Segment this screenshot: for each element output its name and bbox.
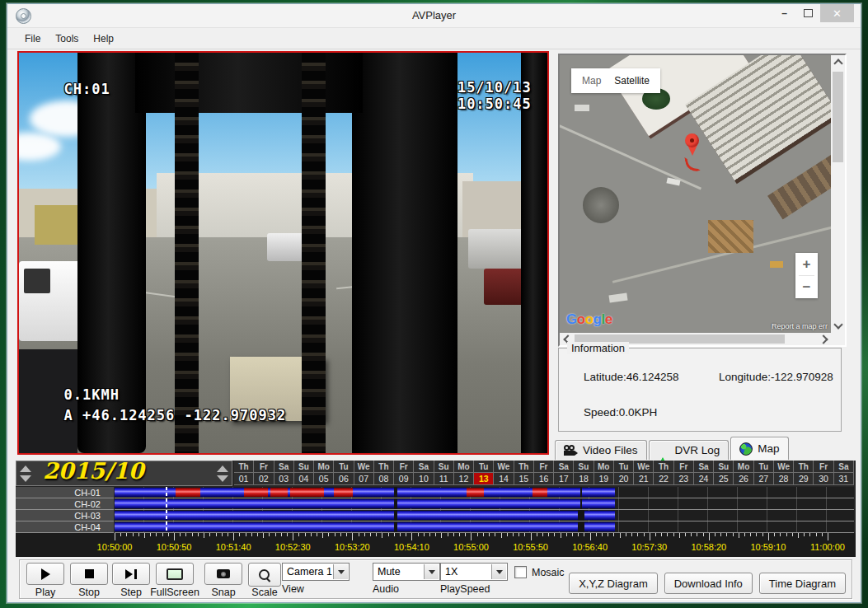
osd-speed: 0.1KMH [63, 386, 119, 403]
dropdown-arrow-icon[interactable] [333, 564, 348, 579]
control-bar: Play Stop Step FullScreen Snap Scale [19, 559, 852, 599]
ruler-tick [637, 533, 638, 536]
ruler-tick [744, 533, 745, 536]
video-panel[interactable]: CH:01 15/10/13 10:50:45 0.1KMH A +46.124… [17, 51, 549, 455]
ruler-tick [489, 533, 490, 536]
tab-dvr-log[interactable]: DVR Log [649, 440, 730, 460]
time-diagram-button[interactable]: Time Diagram [759, 573, 846, 594]
date-cell-15[interactable]: 15 [514, 473, 534, 485]
date-cell-29[interactable]: 29 [794, 473, 814, 485]
play-button[interactable] [26, 563, 64, 585]
menu-tools[interactable]: Tools [48, 30, 86, 48]
fullscreen-button[interactable] [156, 563, 194, 585]
date-cell-07[interactable]: 07 [354, 473, 374, 485]
date-cell-16[interactable]: 16 [534, 473, 554, 485]
time-label: 10:56:40 [572, 542, 608, 552]
view-select[interactable]: Camera 1 [282, 563, 350, 581]
report-map-error-link[interactable]: Report a map err [772, 322, 828, 330]
tab-video-files[interactable]: Video Files [555, 440, 647, 460]
mosaic-checkbox[interactable] [514, 566, 527, 578]
menu-file[interactable]: File [17, 30, 48, 48]
date-cell-30[interactable]: 30 [814, 473, 833, 485]
time-ruler[interactable]: 10:50:0010:50:5010:51:4010:52:3010:53:20… [16, 533, 856, 557]
date-cell-27[interactable]: 27 [754, 473, 774, 485]
zoom-in-button[interactable]: + [795, 253, 818, 275]
date-cell-10[interactable]: 10 [414, 473, 434, 485]
date-cell-17[interactable]: 17 [554, 473, 574, 485]
download-info-button[interactable]: Download Info [664, 573, 753, 594]
date-cell-31[interactable]: 31 [834, 473, 854, 485]
date-cell-05[interactable]: 05 [314, 473, 334, 485]
date-cell-03[interactable]: 03 [274, 473, 294, 485]
date-cell-08[interactable]: 08 [374, 473, 394, 485]
xyz-diagram-button[interactable]: X,Y,Z Diagram [569, 573, 658, 594]
satellite-button[interactable]: Satellite [614, 75, 650, 87]
scroll-down-icon[interactable] [831, 319, 845, 333]
ruler-tick [198, 533, 199, 536]
date-cell-02[interactable]: 02 [254, 473, 274, 485]
playhead[interactable] [166, 487, 167, 533]
date-cell-24[interactable]: 24 [694, 473, 714, 485]
date-cell-25[interactable]: 25 [714, 473, 734, 485]
ruler-tick [298, 533, 299, 536]
date-cell-09[interactable]: 09 [394, 473, 414, 485]
date-cell-01[interactable]: 01 [234, 473, 254, 485]
menu-help[interactable]: Help [86, 30, 121, 48]
title-bar[interactable]: AVPlayer – ✕ [7, 4, 861, 28]
month-spinner-right[interactable] [214, 462, 231, 484]
date-cell-20[interactable]: 20 [614, 473, 634, 485]
fullscreen-icon [167, 568, 183, 580]
mosaic-label: Mosaic [532, 567, 565, 578]
date-cell-14[interactable]: 14 [494, 473, 514, 485]
dropdown-arrow-icon[interactable] [424, 564, 439, 579]
map-button[interactable]: Map [582, 75, 601, 87]
playspeed-select[interactable]: 1X [440, 563, 508, 581]
audio-select[interactable]: Mute [373, 563, 440, 581]
date-cell-04[interactable]: 04 [294, 473, 314, 485]
month-spinner-left[interactable] [17, 462, 34, 484]
mast-chain-left [175, 53, 199, 453]
ruler-tick [162, 533, 163, 536]
ruler-tick [548, 533, 549, 536]
date-cell-23[interactable]: 23 [674, 473, 694, 485]
channel-track-ch-02[interactable] [115, 498, 854, 510]
ruler-tick [400, 533, 401, 536]
vscroll-thumb[interactable] [833, 72, 843, 162]
snap-label: Snap [203, 587, 244, 598]
channel-track-ch-01[interactable] [115, 487, 854, 498]
close-button[interactable]: ✕ [820, 4, 854, 22]
ruler-tick [596, 533, 597, 536]
tab-map[interactable]: Map [730, 437, 788, 460]
date-cell-19[interactable]: 19 [594, 473, 614, 485]
channel-track-ch-03[interactable] [115, 510, 854, 521]
date-cell-11[interactable]: 11 [434, 473, 454, 485]
zoom-out-button[interactable]: − [795, 276, 818, 298]
channel-track-ch-04[interactable] [115, 521, 854, 533]
stop-button[interactable] [70, 563, 108, 585]
map-vertical-scrollbar[interactable] [831, 55, 845, 333]
day-name-cell: Fr [394, 461, 414, 473]
record-bar [115, 511, 615, 520]
scroll-up-icon[interactable] [831, 55, 845, 69]
ruler-tick [174, 533, 175, 540]
date-cell-21[interactable]: 21 [634, 473, 654, 485]
date-cell-13[interactable]: 13 [474, 473, 494, 485]
snap-button[interactable] [204, 563, 242, 585]
scale-button[interactable] [248, 563, 281, 587]
date-cell-26[interactable]: 26 [734, 473, 753, 485]
minimize-button[interactable]: – [772, 4, 796, 22]
map-pin-marker[interactable] [685, 133, 699, 172]
date-cell-06[interactable]: 06 [334, 473, 354, 485]
map-view[interactable]: Map Satellite + − Google Report a map er… [560, 55, 831, 333]
scroll-right-icon[interactable] [818, 333, 831, 345]
date-cell-12[interactable]: 12 [454, 473, 474, 485]
day-name-cell: Su [714, 461, 734, 473]
date-cell-22[interactable]: 22 [654, 473, 673, 485]
ruler-tick [679, 533, 680, 538]
ruler-tick [477, 533, 478, 536]
map-truck [575, 105, 589, 111]
dropdown-arrow-icon[interactable] [491, 564, 506, 579]
maximize-button[interactable] [796, 4, 820, 22]
date-cell-18[interactable]: 18 [574, 473, 594, 485]
date-cell-28[interactable]: 28 [774, 473, 794, 485]
